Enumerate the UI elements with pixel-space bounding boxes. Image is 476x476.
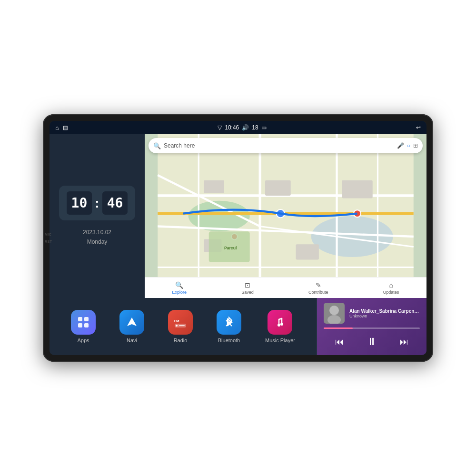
screen: ⌂ ⊟ ▽ 10:46 🔊 18 ▭ ↩ 10 bbox=[50, 121, 426, 355]
svg-rect-26 bbox=[84, 323, 89, 327]
clock-widget: 10 : 46 2023.10.02 Monday bbox=[50, 134, 145, 298]
apps-grid-icon bbox=[77, 316, 90, 329]
svg-point-30 bbox=[176, 325, 178, 327]
svg-rect-15 bbox=[342, 180, 373, 198]
prev-button[interactable]: ⏮ bbox=[331, 335, 347, 349]
app-item-navi[interactable]: Navi bbox=[119, 310, 144, 343]
music-progress-fill bbox=[324, 327, 353, 329]
music-icon-bg bbox=[268, 310, 292, 335]
apps-icon-bg bbox=[71, 310, 96, 335]
music-album-art bbox=[324, 303, 345, 324]
svg-text:Parcul: Parcul bbox=[224, 246, 237, 250]
map-tab-saved[interactable]: ⊡ Saved bbox=[241, 281, 254, 295]
saved-icon: ⊡ bbox=[245, 281, 250, 289]
app-item-radio[interactable]: FM Radio bbox=[168, 310, 193, 343]
search-icon: 🔍 bbox=[153, 142, 161, 149]
album-art-face bbox=[324, 303, 345, 324]
status-time: 10:46 bbox=[225, 124, 239, 131]
voice-icon[interactable]: 🎤 bbox=[397, 142, 404, 149]
mic-label: MIC bbox=[45, 233, 52, 236]
contribute-icon: ✎ bbox=[316, 281, 321, 289]
battery-number: 18 bbox=[252, 124, 258, 131]
map-svg: Parcul bbox=[145, 134, 426, 298]
clock-display: 10 : 46 bbox=[59, 186, 136, 220]
clock-date: 2023.10.02 Monday bbox=[83, 228, 111, 246]
status-right: ↩ bbox=[416, 124, 421, 131]
radio-icon-bg: FM bbox=[168, 310, 193, 335]
battery-icon: ▭ bbox=[261, 124, 267, 131]
music-progress-bar[interactable] bbox=[324, 327, 420, 329]
navi-label: Navi bbox=[127, 337, 137, 343]
app-item-music[interactable]: Music Player bbox=[265, 310, 295, 343]
account-icon[interactable]: ○ bbox=[407, 142, 410, 149]
clock-minute: 46 bbox=[102, 191, 128, 215]
svg-rect-17 bbox=[296, 244, 319, 259]
music-note-icon bbox=[273, 316, 287, 329]
apps-label: Apps bbox=[77, 337, 89, 343]
home-icon[interactable]: ⌂ bbox=[55, 124, 59, 131]
music-controls: ⏮ ⏸ ⏭ bbox=[324, 334, 420, 350]
map-tab-explore[interactable]: 🔍 Explore bbox=[172, 281, 187, 295]
app-item-apps[interactable]: Apps bbox=[71, 310, 96, 343]
svg-rect-14 bbox=[265, 180, 291, 196]
svg-point-33 bbox=[280, 323, 283, 326]
svg-rect-25 bbox=[78, 323, 82, 327]
svg-point-32 bbox=[278, 324, 280, 327]
navi-icon-bg bbox=[119, 310, 144, 335]
music-label: Music Player bbox=[265, 337, 295, 343]
status-bar: ⌂ ⊟ ▽ 10:46 🔊 18 ▭ ↩ bbox=[50, 121, 426, 134]
map-widget: Parcul 🔍 Search here 🎤 ○ ⊞ bbox=[145, 134, 426, 298]
volume-icon: 🔊 bbox=[242, 124, 249, 131]
app-item-bluetooth[interactable]: Bluetooth bbox=[217, 310, 241, 343]
updates-label: Updates bbox=[383, 290, 399, 295]
map-icon[interactable]: ⊟ bbox=[63, 124, 68, 131]
layers-icon[interactable]: ⊞ bbox=[413, 142, 418, 149]
car-head-unit: MIC RST ⌂ ⊟ ▽ 10:46 🔊 18 ▭ ↩ bbox=[43, 114, 433, 362]
explore-label: Explore bbox=[172, 290, 187, 295]
map-tab-contribute[interactable]: ✎ Contribute bbox=[308, 281, 328, 295]
music-info: Alan Walker_Sabrina Carpenter_F... Unkno… bbox=[349, 308, 420, 318]
svg-text:FM: FM bbox=[174, 319, 179, 323]
clock-hour: 10 bbox=[67, 191, 92, 215]
search-placeholder[interactable]: Search here bbox=[164, 142, 394, 149]
music-title: Alan Walker_Sabrina Carpenter_F... bbox=[349, 308, 420, 314]
wifi-icon: ▽ bbox=[218, 124, 222, 131]
svg-rect-31 bbox=[179, 325, 185, 326]
music-artist: Unknown bbox=[349, 314, 420, 318]
music-player: Alan Walker_Sabrina Carpenter_F... Unkno… bbox=[317, 298, 426, 355]
navi-arrow-icon bbox=[125, 316, 139, 329]
svg-rect-23 bbox=[78, 317, 82, 321]
map-search-bar[interactable]: 🔍 Search here 🎤 ○ ⊞ bbox=[149, 138, 423, 153]
play-pause-button[interactable]: ⏸ bbox=[363, 334, 381, 350]
album-face-svg bbox=[324, 303, 345, 324]
day-value: Monday bbox=[83, 238, 111, 247]
status-left: ⌂ ⊟ bbox=[55, 124, 68, 131]
date-value: 2023.10.02 bbox=[83, 228, 111, 237]
bluetooth-label: Bluetooth bbox=[218, 337, 240, 343]
music-top: Alan Walker_Sabrina Carpenter_F... Unkno… bbox=[324, 303, 420, 324]
radio-label: Radio bbox=[174, 337, 188, 343]
svg-point-2 bbox=[311, 216, 393, 257]
radio-fm-icon: FM bbox=[173, 316, 188, 329]
saved-label: Saved bbox=[241, 290, 254, 295]
svg-point-35 bbox=[329, 306, 339, 315]
rst-label: RST bbox=[45, 240, 52, 243]
updates-icon: ⌂ bbox=[389, 281, 393, 289]
top-row: 10 : 46 2023.10.02 Monday bbox=[50, 134, 426, 298]
map-search-icons: 🎤 ○ ⊞ bbox=[397, 142, 418, 149]
svg-marker-27 bbox=[127, 317, 137, 326]
map-bottom-nav: 🔍 Explore ⊡ Saved ✎ Contribute ⌂ bbox=[145, 277, 426, 298]
map-tab-updates[interactable]: ⌂ Updates bbox=[383, 281, 399, 295]
bluetooth-icon bbox=[222, 316, 236, 329]
svg-rect-24 bbox=[84, 317, 89, 321]
explore-icon: 🔍 bbox=[175, 281, 183, 289]
svg-rect-13 bbox=[204, 180, 224, 193]
bt-icon-bg bbox=[217, 310, 241, 335]
main-content: 10 : 46 2023.10.02 Monday bbox=[50, 134, 426, 355]
back-icon[interactable]: ↩ bbox=[416, 124, 421, 131]
contribute-label: Contribute bbox=[308, 290, 328, 295]
status-center: ▽ 10:46 🔊 18 ▭ bbox=[218, 124, 266, 131]
bottom-row: Apps Navi FM bbox=[50, 298, 426, 355]
clock-colon: : bbox=[95, 196, 99, 211]
next-button[interactable]: ⏭ bbox=[396, 335, 412, 349]
